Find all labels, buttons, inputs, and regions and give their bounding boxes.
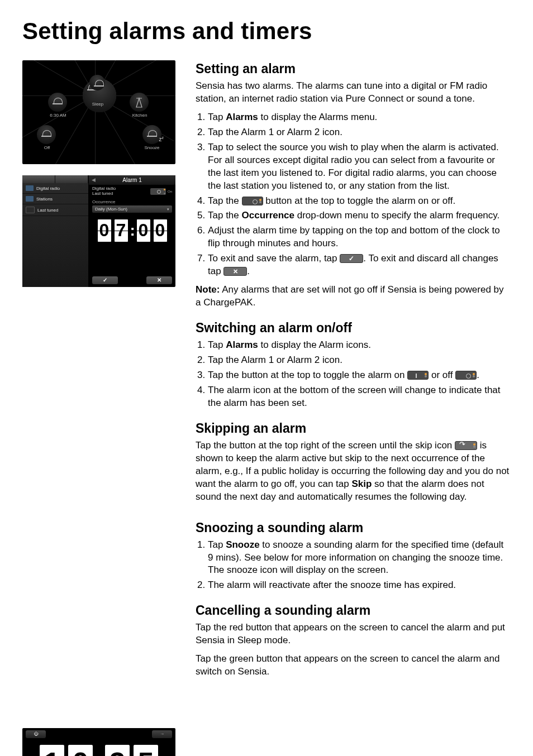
snooze-label: Snooze [135, 145, 169, 150]
step: Tap the Alarm 1 or Alarm 2 icon. [208, 126, 511, 139]
sidebar-item-last-tuned: Last tuned [22, 204, 88, 216]
check-button-icon [340, 254, 363, 263]
alarm-time-flip-clock: 0 7 : 0 0 [97, 218, 168, 243]
flip-digit: 0 [153, 218, 168, 243]
step: Tap the Alarm 1 or Alarm 2 icon. [208, 354, 511, 367]
step: Tap Alarms to display the Alarm icons. [208, 339, 511, 352]
sleep-icon [89, 75, 105, 90]
step: Tap the button at the top to toggle the … [208, 369, 511, 382]
toggle-off-icon [242, 197, 263, 205]
step: The alarm icon at the bottom of the scre… [208, 384, 511, 410]
right-column: Setting an alarm Sensia has two alarms. … [196, 60, 511, 756]
p-skipping: Tap the button at the top right of the s… [196, 439, 511, 504]
heading-setting-alarm: Setting an alarm [196, 60, 511, 78]
sleep-label: Sleep [81, 102, 115, 107]
page-title: Setting alarms and timers [22, 18, 511, 45]
step: Tap Alarms to display the Alarms menu. [208, 111, 511, 124]
p-cancel-red: Tap the red button that appears on the s… [196, 621, 511, 647]
power-button-icon: ⏻ [26, 730, 46, 738]
heading-skipping: Skipping an alarm [196, 420, 511, 437]
flip-digit: 0 [97, 218, 112, 243]
x-button-icon [223, 267, 247, 276]
alarm-source-row: Digital radio Last tuned On [89, 185, 175, 198]
left-column: Sleep Kitchen 6:30 AM Off zz Snooze Digi… [22, 60, 175, 756]
sidebar-item-digital-radio: Digital radio [22, 183, 88, 194]
colon: : [96, 744, 102, 756]
list-snoozing: Tap Snooze to snooze a sounding alarm fo… [196, 539, 511, 592]
kitchen-label: Kitchen [123, 113, 156, 118]
step: Tap the button at the top to toggle the … [208, 195, 511, 208]
step: Tap the Occurrence drop-down menu to spe… [208, 209, 511, 222]
page: Setting alarms and timers Sleep Kitchen [0, 0, 533, 756]
chevron-left-icon: ◀ [92, 177, 96, 183]
toggle-on-icon [407, 371, 429, 380]
snooze-clock: 1 0 : 3 5 [39, 744, 159, 756]
step: To exit and save the alarm, tap . To exi… [208, 252, 511, 278]
screenshot-alarm-settings: Digital radio Stations Last tuned ◀ Alar… [22, 175, 175, 287]
step: Tap Snooze to snooze a sounding alarm fo… [208, 539, 511, 577]
occurrence-dropdown: Daily (Mon-Sun) [92, 205, 172, 213]
flip-digit: 1 [39, 744, 65, 756]
alarm-toggle-icon [150, 188, 166, 195]
intro-setting-alarm: Sensia has two alarms. The alarms can tu… [196, 80, 511, 106]
step: The alarm will reactivate after the snoo… [208, 579, 511, 592]
chevron-down-icon [167, 207, 169, 212]
two-column-layout: Sleep Kitchen 6:30 AM Off zz Snooze Digi… [22, 60, 511, 756]
alarm2-icon [37, 125, 56, 144]
flip-digit: 7 [113, 218, 129, 243]
sidebar-item-stations: Stations [22, 194, 88, 204]
toggle-state-label: On [168, 190, 172, 193]
toggle-off-icon [455, 371, 477, 380]
confirm-button-icon: ✓ [92, 276, 118, 284]
alarm-main-panel: ◀ Alarm 1 Digital radio Last tuned On [89, 175, 175, 287]
alarm-sidebar: Digital radio Stations Last tuned [22, 175, 89, 287]
flip-digit: 0 [67, 744, 94, 756]
cancel-button-icon: ✕ [146, 276, 172, 284]
heading-cancelling: Cancelling a sounding alarm [196, 602, 511, 619]
flip-digit: 0 [136, 218, 151, 243]
alarm1-icon [48, 93, 67, 112]
flip-digit: 5 [132, 744, 159, 756]
p-cancel-green: Tap the green button that appears on the… [196, 653, 511, 678]
alarm1-time-label: 6:30 AM [41, 113, 75, 118]
list-switching: Tap Alarms to display the Alarm icons. T… [196, 339, 511, 410]
alarm-panel-title: Alarm 1 [122, 177, 141, 183]
heading-switching: Switching an alarm on/off [196, 319, 511, 337]
flip-digit: 3 [104, 744, 131, 756]
colon: : [130, 218, 135, 243]
occurrence-label: Occurrence [89, 198, 175, 204]
kitchen-timer-icon [130, 93, 149, 112]
alarm2-off-label: Off [30, 145, 64, 150]
arrow-button-icon: → [152, 730, 172, 738]
step: Adjust the alarm time by tapping on the … [208, 224, 511, 250]
alarm-title-bar: ◀ Alarm 1 [89, 175, 175, 185]
snooze-bell-icon: zz [142, 125, 161, 144]
source-line-2: Last tuned [92, 192, 116, 197]
list-setting-alarm: Tap Alarms to display the Alarms menu. T… [196, 111, 511, 278]
screenshot-alarm-hub: Sleep Kitchen 6:30 AM Off zz Snooze [22, 60, 175, 164]
heading-snoozing: Snoozing a sounding alarm [196, 519, 511, 537]
screenshot-snooze: ⏻ → 1 0 : 3 5 SNOOZE [22, 728, 175, 756]
step: Tap to select the source you wish to pla… [208, 141, 511, 193]
skip-icon [455, 441, 477, 450]
note-setting-alarm: Note: Any alarms that are set will not g… [196, 284, 511, 309]
